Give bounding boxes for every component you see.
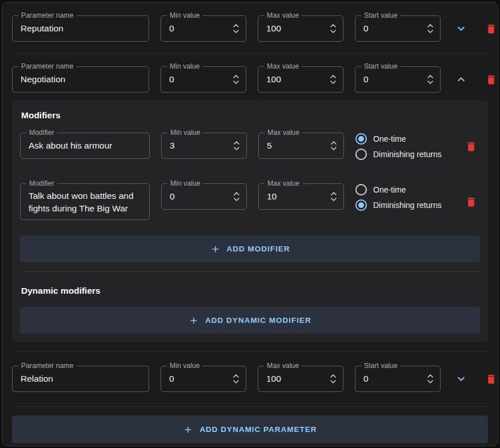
max-value-stepper[interactable] [330,191,337,203]
radio-one-time[interactable]: One-time [355,184,442,195]
add-modifier-label: ADD MODIFIER [227,245,290,253]
radio-button-icon [355,133,367,145]
modifier-row: Modifier Min value Max value One-time [20,183,480,220]
delete-parameter-button[interactable] [482,370,498,388]
trash-icon [465,141,477,153]
up-down-chevrons-icon [330,74,337,86]
add-modifier-button[interactable]: ADD MODIFIER [20,235,480,262]
max-value-stepper[interactable] [330,373,337,385]
radio-button-icon [355,149,367,160]
min-value-stepper[interactable] [233,373,239,385]
parameter-row-negotiation: Parameter name Min value Max value Start… [12,66,488,93]
min-value-stepper[interactable] [233,191,240,203]
trash-icon [465,196,477,208]
start-value-stepper[interactable] [427,373,434,385]
max-value-label: Max value [264,62,302,71]
start-value-stepper[interactable] [427,74,434,86]
parameter-name-label: Parameter name [18,11,77,20]
modifier-label: Modifier [26,129,57,137]
up-down-chevrons-icon [233,140,240,152]
plus-icon [189,315,199,326]
parameter-row-relation: Parameter name Min value Max value Start… [12,366,488,392]
section-divider [20,271,480,272]
up-down-chevrons-icon [233,74,239,86]
collapse-parameter-button[interactable] [452,70,470,89]
plus-icon [210,244,221,254]
add-dynamic-parameter-label: ADD DYNAMIC PARAMETER [199,425,317,434]
chevron-down-icon [454,22,468,35]
dynamic-parameters-editor: Parameter name Min value Max value Start… [2,2,498,446]
parameter-name-label: Parameter name [18,62,77,71]
parameter-name-field: Parameter name [12,15,149,42]
radio-diminishing-returns[interactable]: Diminishing returns [355,199,442,211]
min-value-label: Min value [167,129,203,137]
expand-parameter-button[interactable] [452,19,470,38]
min-value-label: Min value [167,362,203,370]
start-value-field: Start value [355,366,441,392]
delete-modifier-button[interactable] [462,193,480,211]
delete-modifier-button[interactable] [462,137,480,155]
start-value-field: Start value [355,15,441,42]
radio-diminishing-returns-label: Diminishing returns [373,201,442,210]
modifier-label: Modifier [26,179,57,188]
up-down-chevrons-icon [330,23,337,35]
max-value-stepper[interactable] [330,23,337,35]
max-value-label: Max value [264,11,302,20]
up-down-chevrons-icon [427,74,434,86]
max-value-stepper[interactable] [330,140,337,152]
min-value-field: Min value [161,15,246,42]
delete-parameter-button[interactable] [482,19,498,38]
up-down-chevrons-icon [233,23,239,35]
start-value-stepper[interactable] [427,23,434,35]
min-value-label: Min value [167,11,203,20]
min-value-stepper[interactable] [233,74,239,86]
delete-parameter-button[interactable] [482,70,498,89]
add-dynamic-modifier-button[interactable]: ADD DYNAMIC MODIFIER [20,307,480,334]
max-value-label: Max value [265,129,302,137]
max-value-field: Max value [258,15,343,42]
expand-parameter-button[interactable] [452,370,470,388]
row-divider [12,406,488,407]
start-value-label: Start value [361,11,401,20]
start-value-field: Start value [355,66,441,93]
up-down-chevrons-icon [330,140,337,152]
parameter-name-field: Parameter name [12,366,149,392]
up-down-chevrons-icon [330,191,337,203]
dynamic-modifiers-section-title: Dynamic modifiers [20,285,480,296]
radio-diminishing-returns[interactable]: Diminishing returns [355,149,442,160]
min-value-stepper[interactable] [233,140,240,152]
min-value-field: Min value [161,183,247,210]
radio-diminishing-returns-label: Diminishing returns [373,150,442,159]
plus-icon [183,425,193,435]
chevron-up-icon [454,73,468,86]
radio-one-time[interactable]: One-time [355,133,442,145]
up-down-chevrons-icon [427,373,434,385]
chevron-down-icon [454,372,468,386]
modifier-type-radio-group: One-time Diminishing returns [355,133,442,160]
trash-icon [485,373,497,385]
min-value-stepper[interactable] [233,23,239,35]
radio-button-icon [355,184,367,195]
row-divider [12,351,488,352]
parameter-details-panel: Modifiers Modifier Min value Max value O… [12,101,488,342]
max-value-field: Max value [258,66,343,93]
modifier-row: Modifier Min value Max value One-time [20,133,480,160]
parameter-name-label: Parameter name [18,362,77,370]
modifier-input[interactable] [21,184,149,219]
trash-icon [485,23,497,35]
modifiers-section-title: Modifiers [20,109,480,121]
add-dynamic-parameter-button[interactable]: ADD DYNAMIC PARAMETER [12,415,488,443]
min-value-label: Min value [167,179,203,188]
trash-icon [485,74,497,86]
modifier-field: Modifier [20,133,150,159]
up-down-chevrons-icon [330,373,337,385]
max-value-stepper[interactable] [330,74,337,86]
up-down-chevrons-icon [427,23,434,35]
radio-one-time-label: One-time [373,185,406,194]
start-value-label: Start value [361,62,401,71]
modifier-type-radio-group: One-time Diminishing returns [355,183,442,211]
max-value-label: Max value [265,179,302,188]
min-value-field: Min value [161,133,247,159]
up-down-chevrons-icon [233,191,240,203]
radio-one-time-label: One-time [373,134,406,143]
